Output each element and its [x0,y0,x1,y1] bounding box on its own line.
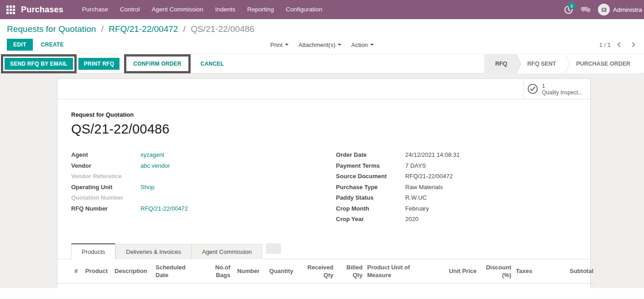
breadcrumb: Requests for Quotation / RFQ/21-22/00472… [7,23,637,36]
control-panel-buttons: EDIT CREATE Print Attachment(s) Action 1… [7,36,637,54]
control-panel: Requests for Quotation / RFQ/21-22/00472… [0,19,644,54]
breadcrumb-requests-for-quotation[interactable]: Requests for Quotation [7,24,96,34]
empty-tab-stub [266,243,281,254]
field-label-rfq-number: RFQ Number [71,205,140,212]
col-header-scheduled-date[interactable]: Scheduled Date [153,259,202,284]
field-label-agent: Agent [71,151,140,158]
confirm-order-button[interactable]: CONFIRM ORDER [128,58,187,70]
nav-item-purchase[interactable]: Purchase [76,0,114,19]
cell-unit-price: 800.00 [437,283,479,288]
messages-menu-button[interactable] [577,0,594,19]
form-body: Request for Quotation QS/21-22/00486 Age… [57,99,590,227]
cell-billed-qty: 0.000 [336,283,365,288]
highlight-box-confirm-order: CONFIRM ORDER [124,54,190,73]
field-value-purchase-type: Raw Materials [405,184,443,191]
cell-received-qty: 0.000 [296,283,336,288]
col-header-taxes[interactable]: Taxes [514,259,551,284]
top-navbar: Purchases Purchase Control Agent Commiss… [0,0,644,19]
field-label-payment-terms: Payment Terms [336,162,405,169]
left-field-column: Agentxyzagent Vendorabc vendor Vendor Re… [71,151,312,227]
col-header-received-qty[interactable]: Received Qty [296,259,336,284]
field-label-quotation-number: Quotation Number [71,194,140,201]
cell-scheduled-date: 28/12/2021 05:30:00 [153,283,202,288]
field-value-order-date: 24/12/2021 14:08:31 [405,151,460,158]
status-step-purchase-order[interactable]: PURCHASE ORDER [565,54,639,73]
col-header-unit-price[interactable]: Unit Price [437,259,479,284]
cancel-button[interactable]: CANCEL [195,58,229,70]
pager-previous-icon[interactable] [617,42,622,47]
apps-menu-button[interactable] [0,0,21,19]
cell-index: 1 [57,283,83,288]
tab-agent-commission[interactable]: Agent Commission [192,244,262,259]
table-header-row: # Product Description Scheduled Date No.… [57,259,596,284]
nav-item-indents[interactable]: Indents [209,0,241,19]
nav-item-agent-commission[interactable]: Agent Commission [145,0,209,19]
cell-no-of-bags: 0.00 [202,283,233,288]
cell-subtotal: 8,000.00 ₹ [551,283,596,288]
chat-icon [581,5,591,14]
content-area: 1 Quality Inspect... Request for Quotati… [0,73,644,288]
print-rfq-button[interactable]: PRINT RFQ [78,58,119,70]
activity-menu-button[interactable]: 1 [560,0,577,19]
field-value-paddy-status: R.W.UC [405,194,427,201]
table-row[interactable]: 1 xyz paddy xyz paddy 28/12/2021 05:30:0… [57,283,596,288]
field-value-vendor[interactable]: abc vendor [140,162,170,169]
action-dropdown[interactable]: Action [351,41,374,48]
col-header-description[interactable]: Description [112,259,153,284]
col-header-discount[interactable]: Discount (%) [479,259,514,284]
field-label-operating-unit: Operating Unit [71,184,140,191]
pager: 1 / 1 [599,41,637,48]
main-menu: Purchase Control Agent Commission Indent… [76,0,328,19]
app-title[interactable]: Purchases [21,5,63,15]
breadcrumb-current: QS/21-22/00486 [191,24,254,34]
tab-products[interactable]: Products [71,243,115,259]
col-header-quantity[interactable]: Quantity [262,259,296,284]
col-header-subtotal[interactable]: Subtotal [551,259,596,284]
pager-next-icon[interactable] [630,42,635,47]
notebook-tabs: Products Deliveries & Invoices Agent Com… [57,243,590,259]
col-header-billed-qty[interactable]: Billed Qty [336,259,365,284]
cell-discount: 0.00 [479,283,514,288]
form-subtitle: Request for Quotation [71,111,576,118]
nav-item-reporting[interactable]: Reporting [241,0,280,19]
field-value-rfq-number[interactable]: RFQ/21-22/00472 [140,205,188,212]
edit-button[interactable]: EDIT [7,39,33,51]
user-menu[interactable]: Administrator [594,0,642,19]
quality-inspection-label: Quality Inspect... [542,89,582,96]
nav-item-control[interactable]: Control [114,0,146,19]
cell-uom: Quintal [365,283,437,288]
user-name: Administrator [613,6,642,13]
field-value-operating-unit[interactable]: Shop [140,184,154,191]
send-rfq-by-email-button[interactable]: SEND RFQ BY EMAIL [5,58,73,70]
attachments-dropdown[interactable]: Attachment(s) [298,41,341,48]
nav-item-configuration[interactable]: Configuration [280,0,328,19]
status-step-rfq-sent[interactable]: RFQ SENT [516,54,565,73]
breadcrumb-separator: / [99,24,106,34]
tab-deliveries-invoices[interactable]: Deliveries & Invoices [115,244,192,259]
order-lines-table: # Product Description Scheduled Date No.… [57,259,596,289]
col-header-no-of-bags[interactable]: No.of Bags [202,259,233,284]
status-pipeline: RFQ RFQ SENT PURCHASE ORDER [484,54,644,73]
navbar-systray: 1 Administrator [560,0,642,19]
print-dropdown[interactable]: Print [270,41,289,48]
field-label-order-date: Order Date [336,151,405,158]
cell-product[interactable]: xyz paddy [83,283,112,288]
quality-inspection-button[interactable]: 1 Quality Inspect... [523,79,590,99]
field-value-agent[interactable]: xyzagent [140,151,164,158]
field-label-crop-year: Crop Year [336,216,405,222]
cell-description: xyz paddy [112,283,153,288]
col-header-index[interactable]: # [57,259,83,284]
col-header-product[interactable]: Product [83,259,112,284]
field-value-crop-month: February [405,205,429,212]
cell-quantity: 10.000 [262,283,296,288]
check-circle-icon [527,83,538,94]
cell-number: 0.00 [233,283,262,288]
status-step-rfq[interactable]: RFQ [484,54,516,73]
pager-value: 1 / 1 [599,41,611,48]
col-header-uom[interactable]: Product Unit of Measure [365,259,437,284]
create-button[interactable]: CREATE [36,39,69,50]
breadcrumb-separator: / [181,24,188,34]
user-avatar [598,4,610,15]
col-header-number[interactable]: Number [233,259,262,284]
breadcrumb-rfq[interactable]: RFQ/21-22/00472 [109,24,178,34]
